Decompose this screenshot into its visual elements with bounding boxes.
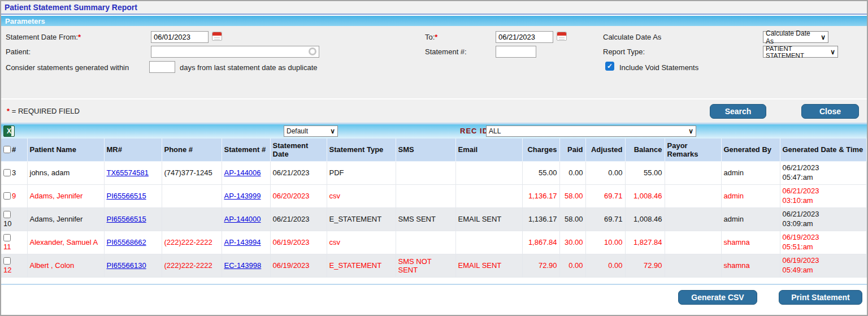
cell-generated-by: admin (721, 207, 780, 231)
cell-generated-datetime: 06/19/202305:51:am (780, 231, 867, 254)
cell-mr: PI65568662 (104, 231, 162, 254)
required-field-note: * = REQUIRED FIELD (7, 107, 80, 115)
row-checkbox[interactable] (3, 192, 11, 200)
statements-table: # Patient Name MR# Phone # Statement # S… (1, 138, 867, 278)
patient-search-input[interactable] (151, 46, 319, 58)
cell-generated-by: admin (721, 161, 780, 184)
mr-link[interactable]: PI65568662 (107, 238, 146, 246)
statement-date-from-input[interactable] (151, 31, 209, 43)
cell-sms (396, 231, 455, 254)
cell-phone (162, 184, 222, 207)
statement-link[interactable]: AP-144000 (224, 215, 261, 223)
cell-charges: 55.00 (522, 161, 559, 184)
cell-statement-no: AP-144000 (222, 207, 270, 231)
mr-link[interactable]: PI65566515 (107, 192, 146, 200)
cell-paid: 58.00 (559, 207, 585, 231)
statement-number-input[interactable] (496, 46, 536, 58)
report-type-select[interactable]: PATIENT STATEMENT∨ (763, 46, 838, 58)
cell-statement-no: AP-144006 (222, 161, 270, 184)
statement-link[interactable]: EC-143998 (224, 261, 262, 270)
cell-mr: TX65574581 (104, 161, 162, 184)
cell-patient-name: Alexander, Samuel A (27, 231, 104, 254)
row-checkbox[interactable] (3, 211, 11, 218)
required-asterisk: * (435, 33, 437, 41)
export-excel-icon[interactable]: X (3, 125, 15, 137)
cell-sms (396, 184, 455, 207)
cell-statement-date: 06/20/2023 (270, 184, 327, 207)
cell-statement-date: 06/21/2023 (270, 161, 327, 184)
statement-link[interactable]: AP-143994 (224, 238, 261, 246)
calculate-date-as-select[interactable]: Calculate Date As∨ (763, 31, 828, 43)
cell-email (455, 161, 522, 184)
select-all-checkbox[interactable] (3, 146, 11, 153)
parameters-section-header: Parameters (1, 15, 867, 26)
print-statement-button[interactable]: Print Statement (779, 290, 862, 305)
calculate-date-as-label: Calculate Date As (603, 33, 661, 41)
title-bar: Patient Statement Summary Report (1, 1, 867, 15)
duplicate-days-input[interactable] (149, 61, 175, 73)
cell-mr: PI65566130 (104, 254, 162, 277)
cell-select: 3 (1, 161, 27, 184)
patient-label: Patient: (6, 47, 31, 56)
header-adjusted: Adjusted (585, 138, 625, 161)
include-void-checkbox[interactable]: ✓ (605, 62, 614, 71)
cell-payor-remarks (665, 231, 721, 254)
calendar-icon[interactable] (212, 32, 222, 41)
cell-statement-type: csv (327, 184, 396, 207)
header-statement-no: Statement # (222, 138, 270, 161)
row-checkbox[interactable] (3, 169, 11, 176)
statement-table-body: 3 johns, adam TX65574581 (747)377-1245 A… (1, 161, 867, 277)
patient-field-wrap (151, 46, 319, 58)
cell-paid: 0.00 (559, 161, 585, 184)
parameters-panel: Statement Date From:* To:* Calculate Dat… (1, 26, 867, 98)
cell-statement-type: PDF (327, 161, 396, 184)
cell-statement-date: 06/19/2023 (270, 254, 327, 277)
cell-statement-type: csv (327, 231, 396, 254)
cell-adjusted: 0.00 (585, 161, 625, 184)
header-payor-remarks: Payor Remarks (665, 138, 721, 161)
cell-mr: PI65566515 (104, 184, 162, 207)
row-checkbox[interactable] (3, 257, 11, 265)
table-header-row: # Patient Name MR# Phone # Statement # S… (1, 138, 867, 161)
cell-paid: 30.00 (559, 231, 585, 254)
footer-divider (1, 278, 867, 285)
header-generated-datetime: Generated Date & Time (780, 138, 867, 161)
to-date-input[interactable] (496, 31, 553, 43)
grid-toolbar: X Default∨ REC ID ALL∨ (1, 124, 867, 138)
cell-charges: 1,136.17 (522, 184, 559, 207)
cell-statement-no: AP-143994 (222, 231, 270, 254)
mr-link[interactable]: PI65566515 (107, 215, 146, 223)
statement-link[interactable]: AP-143999 (224, 192, 261, 200)
cell-statement-date: 06/19/2023 (270, 231, 327, 254)
cell-adjusted: 0.00 (585, 254, 625, 277)
header-email: Email (455, 138, 522, 161)
search-button[interactable]: Search (710, 104, 766, 119)
header-mr: MR# (104, 138, 162, 161)
cell-statement-date: 06/21/2023 (270, 207, 327, 231)
cell-statement-no: AP-143999 (222, 184, 270, 207)
mr-link[interactable]: PI65566130 (107, 261, 146, 270)
view-select[interactable]: Default∨ (284, 125, 338, 137)
table-row: 9 Adams, Jennifer PI65566515 AP-143999 0… (1, 184, 867, 207)
header-statement-date: Statement Date (270, 138, 327, 161)
row-checkbox[interactable] (3, 234, 11, 241)
duplicate-statement-prefix: Consider statements generated within (6, 63, 129, 72)
calendar-icon[interactable] (557, 32, 567, 41)
cell-sms: SMS NOT SENT (396, 254, 455, 277)
statement-link[interactable]: AP-144006 (224, 168, 261, 177)
generate-csv-button[interactable]: Generate CSV (678, 290, 757, 305)
cell-adjusted: 69.71 (585, 184, 625, 207)
cell-statement-type: E_STATEMENT (327, 254, 396, 277)
cell-charges: 1,867.84 (522, 231, 559, 254)
header-select-all: # (1, 138, 27, 161)
cell-paid: 0.00 (559, 254, 585, 277)
cell-patient-name: Adams, Jennifer (27, 184, 104, 207)
include-void-label: Include Void Statements (619, 63, 698, 72)
rec-id-select[interactable]: ALL∨ (486, 125, 696, 137)
cell-balance: 1,008.46 (625, 184, 665, 207)
chevron-down-icon: ∨ (330, 127, 335, 135)
cell-generated-by: shamna (721, 254, 780, 277)
mr-link[interactable]: TX65574581 (107, 168, 149, 177)
cell-paid: 58.00 (559, 184, 585, 207)
close-button[interactable]: Close (801, 104, 859, 119)
